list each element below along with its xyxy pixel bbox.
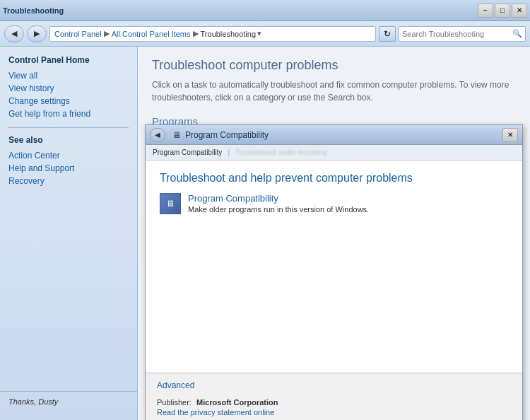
search-input[interactable]	[402, 30, 510, 38]
content-area: Troubleshoot computer problems Click on …	[138, 47, 530, 420]
sidebar-item-change-settings[interactable]: Change settings	[8, 95, 129, 107]
modal-advanced-link[interactable]: Advanced	[157, 380, 194, 390]
sidebar-see-also-label: See also	[0, 135, 137, 145]
address-bar: ◀ ▶ Control Panel ▶ All Control Panel It…	[0, 21, 530, 47]
modal-publisher-name: Microsoft Corporation	[196, 398, 278, 407]
search-icon: 🔍	[512, 29, 522, 38]
modal-overlay: ◀ 🖥 Program Compatibility ✕ Program Comp…	[138, 47, 530, 420]
forward-button[interactable]: ▶	[27, 25, 47, 42]
sidebar-see-also-section: Action Center Help and Support Recovery	[0, 149, 137, 187]
sidebar: Control Panel Home View all View history…	[0, 47, 138, 420]
sidebar-main-section: Control Panel Home View all View history…	[0, 55, 137, 120]
modal-back-button[interactable]: ◀	[150, 128, 165, 142]
program-icon-small: 🖥	[172, 130, 181, 140]
modal-privacy-link[interactable]: Read the privacy statement online	[157, 408, 274, 416]
breadcrumb-dropdown[interactable]: ▾	[257, 29, 261, 38]
breadcrumb-item-1[interactable]: Control Panel	[54, 30, 102, 38]
modal-close-button[interactable]: ✕	[502, 128, 518, 142]
search-box: 🔍	[399, 26, 526, 42]
main-window: Troubleshooting − □ ✕ ◀ ▶ Control Panel …	[0, 0, 530, 420]
window-close-button[interactable]: ✕	[512, 4, 527, 18]
modal-publisher-label: Publisher: Microsoft Corporation	[157, 398, 278, 407]
back-button[interactable]: ◀	[4, 25, 24, 42]
breadcrumb-sep-2: ▶	[193, 29, 199, 38]
sidebar-divider	[8, 127, 129, 128]
modal-prog-desc: Make older programs run in this version …	[188, 205, 369, 214]
sidebar-item-get-help[interactable]: Get help from a friend	[8, 107, 129, 120]
modal-publisher-line: Publisher: Microsoft Corporation	[157, 397, 511, 407]
sidebar-item-recovery[interactable]: Recovery	[8, 175, 129, 187]
modal-tab-compatibility[interactable]: Program Compatibility	[153, 148, 222, 156]
modal-program-item: 🖥 Program Compatibility Make older progr…	[160, 193, 508, 214]
program-compatibility-dialog: ◀ 🖥 Program Compatibility ✕ Program Comp…	[145, 124, 523, 420]
modal-tabs: Program Compatibility | Troubleshoot aud…	[146, 145, 522, 161]
sidebar-item-view-history[interactable]: View history	[8, 82, 129, 95]
title-bar-left: Troubleshooting	[3, 6, 64, 15]
sidebar-item-action-center[interactable]: Action Center	[8, 149, 129, 162]
title-bar: Troubleshooting − □ ✕	[0, 0, 530, 21]
modal-footer: Advanced Publisher: Microsoft Corporatio…	[146, 373, 522, 420]
title-bar-buttons: − □ ✕	[478, 4, 527, 18]
sidebar-item-help-support[interactable]: Help and Support	[8, 162, 129, 175]
main-area: Control Panel Home View all View history…	[0, 47, 530, 420]
sidebar-user-greeting: Thanks, Dusty	[0, 391, 137, 412]
modal-title-bar: ◀ 🖥 Program Compatibility ✕	[146, 125, 522, 145]
window-title: Troubleshooting	[3, 6, 64, 15]
breadcrumb: Control Panel ▶ All Control Panel Items …	[49, 26, 376, 42]
breadcrumb-sep-1: ▶	[104, 29, 110, 38]
modal-prog-icon: 🖥	[160, 193, 181, 214]
modal-main-title: Troubleshoot and help prevent computer p…	[160, 172, 508, 185]
sidebar-title: Control Panel Home	[8, 55, 129, 65]
breadcrumb-item-3: Troubleshooting	[201, 30, 256, 38]
modal-title-left: ◀ 🖥 Program Compatibility	[150, 128, 269, 142]
modal-prog-title: Program Compatibility	[188, 193, 369, 204]
maximize-button[interactable]: □	[495, 4, 510, 18]
modal-content: Troubleshoot and help prevent computer p…	[146, 161, 522, 373]
minimize-button[interactable]: −	[478, 4, 493, 18]
modal-tab-audio[interactable]: Troubleshoot audio recording	[235, 148, 327, 156]
breadcrumb-item-2[interactable]: All Control Panel Items	[112, 30, 191, 38]
modal-title: Program Compatibility	[185, 130, 269, 140]
sidebar-item-view-all[interactable]: View all	[8, 69, 129, 82]
refresh-button[interactable]: ↻	[379, 26, 396, 42]
modal-monitor-icon: 🖥	[160, 194, 180, 214]
modal-prog-text: Program Compatibility Make older program…	[188, 193, 369, 214]
